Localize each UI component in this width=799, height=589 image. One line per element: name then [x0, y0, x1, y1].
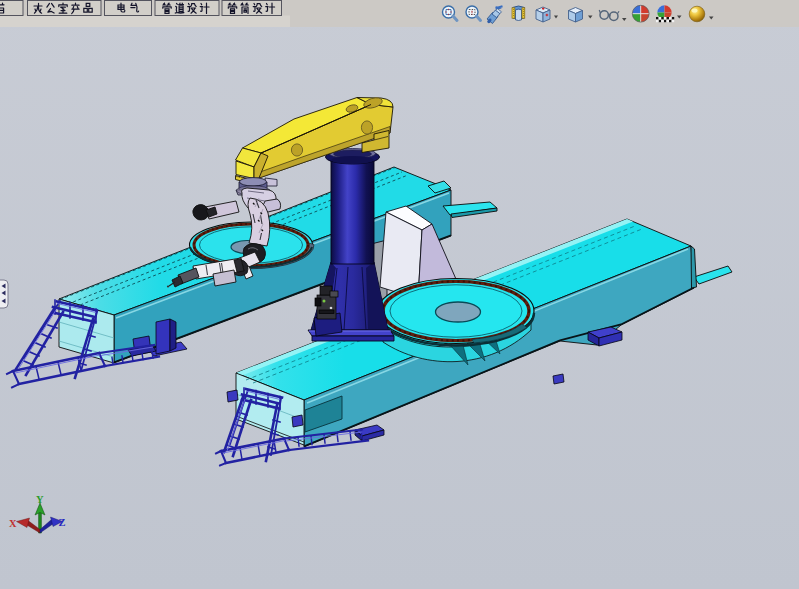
- svg-text:Z: Z: [59, 517, 66, 528]
- svg-text:X: X: [9, 518, 17, 529]
- svg-text:Y: Y: [36, 494, 44, 505]
